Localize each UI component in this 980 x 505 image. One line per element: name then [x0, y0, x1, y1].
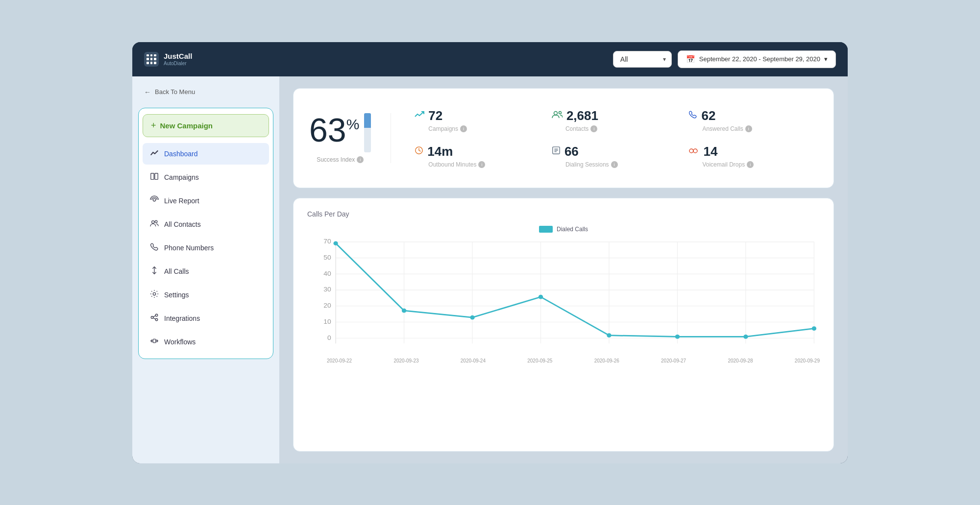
top-bar-right: All 📅 September 22, 2020 - September 29,… [613, 50, 836, 68]
x-label-3: 2020-09-25 [527, 358, 552, 363]
sidebar-item-dashboard[interactable]: Dashboard [143, 143, 269, 165]
campaigns-stat-icon [415, 111, 424, 121]
svg-point-47 [539, 294, 543, 299]
app-sub: AutoDialer [164, 61, 192, 66]
svg-point-50 [743, 335, 748, 339]
dashboard-icon [149, 148, 159, 159]
svg-rect-12 [153, 339, 155, 342]
dialing-sessions-stat: 66 Dialing Sessions i [544, 138, 681, 174]
svg-point-44 [333, 241, 338, 245]
logo-area: JustCall AutoDialer [144, 52, 192, 67]
stats-grid: 72 Campaigns i 2,681 [391, 102, 818, 174]
app-container: JustCall AutoDialer All 📅 September 22, … [132, 42, 848, 463]
dialing-info-icon: i [611, 161, 618, 168]
answered-calls-info-icon: i [745, 125, 752, 132]
stats-card: 63% Success Index i [293, 88, 834, 188]
svg-text:10: 10 [323, 318, 331, 325]
sidebar-item-settings[interactable]: Settings [143, 284, 269, 306]
sidebar-item-campaigns[interactable]: Campaigns [143, 167, 269, 188]
back-label: Back To Menu [155, 88, 195, 96]
campaigns-stat: 72 Campaigns i [407, 102, 544, 138]
sidebar-item-label: Settings [164, 291, 189, 299]
x-label-1: 2020-09-23 [393, 358, 418, 363]
new-campaign-label: New Campaign [160, 121, 213, 130]
filter-select[interactable]: All [613, 51, 672, 68]
outbound-minutes-stat: 14m Outbound Minutes i [407, 138, 544, 174]
voicemail-drops-stat-icon [688, 146, 699, 157]
svg-point-14 [559, 111, 561, 114]
svg-point-4 [155, 220, 157, 223]
sidebar-item-label: Live Report [164, 197, 199, 205]
sidebar-item-label: Workflows [164, 338, 196, 346]
svg-line-11 [153, 317, 155, 319]
live-report-icon [149, 195, 159, 206]
back-to-menu-link[interactable]: ← Back To Menu [138, 84, 273, 100]
sidebar-item-label: Integrations [164, 314, 200, 322]
date-range-label: September 22, 2020 - September 29, 2020 [699, 55, 820, 63]
x-label-4: 2020-09-26 [594, 358, 619, 363]
logo-icon [144, 52, 159, 67]
svg-point-49 [675, 335, 680, 339]
new-campaign-button[interactable]: + New Campaign [143, 114, 269, 137]
settings-icon [149, 289, 159, 300]
answered-calls-stat: 62 Answered Calls i [681, 102, 818, 138]
sidebar-item-label: Campaigns [164, 173, 199, 181]
sidebar-item-all-calls[interactable]: All Calls [143, 261, 269, 282]
voicemail-drops-stat: 14 Voicemail Drops i [681, 138, 818, 174]
filter-select-wrapper[interactable]: All [613, 51, 672, 68]
x-label-0: 2020-09-22 [327, 358, 352, 363]
all-contacts-icon [149, 219, 159, 230]
x-label-5: 2020-09-27 [661, 358, 686, 363]
sidebar: ← Back To Menu + New Campaign Dashboard [132, 76, 279, 463]
sidebar-item-live-report[interactable]: Live Report [143, 190, 269, 212]
x-axis-labels: 2020-09-22 2020-09-23 2020-09-24 2020-09… [307, 356, 820, 363]
contacts-stat-icon [552, 111, 563, 121]
sidebar-item-label: All Calls [164, 267, 189, 275]
all-calls-icon [149, 266, 159, 277]
success-index-value: 63% [309, 113, 359, 146]
svg-point-6 [153, 292, 155, 295]
logo-text: JustCall AutoDialer [164, 52, 192, 66]
svg-point-2 [153, 198, 155, 201]
right-panel: 63% Success Index i [279, 76, 848, 463]
success-index-bar [364, 113, 371, 152]
svg-line-10 [153, 315, 155, 317]
voicemail-info-icon: i [747, 161, 754, 168]
campaigns-info-icon: i [460, 125, 467, 132]
svg-text:30: 30 [323, 286, 331, 293]
calendar-icon: 📅 [686, 55, 695, 64]
chart-title: Calls Per Day [307, 210, 820, 218]
svg-text:0: 0 [327, 334, 331, 341]
legend-color-box [539, 226, 553, 233]
sidebar-item-all-contacts[interactable]: All Contacts [143, 214, 269, 235]
svg-rect-1 [155, 173, 158, 179]
svg-text:70: 70 [323, 238, 331, 245]
outbound-minutes-stat-icon [415, 146, 423, 157]
sidebar-item-phone-numbers[interactable]: Phone Numbers [143, 237, 269, 259]
phone-numbers-icon [149, 242, 159, 253]
legend-label: Dialed Calls [557, 226, 588, 233]
contacts-stat: 2,681 Contacts i [544, 102, 681, 138]
svg-text:20: 20 [323, 302, 331, 309]
x-label-6: 2020-09-28 [728, 358, 753, 363]
sidebar-item-workflows[interactable]: Workflows [143, 331, 269, 353]
success-index-section: 63% Success Index i [309, 113, 391, 163]
dialing-sessions-stat-icon [552, 146, 561, 157]
chart-card: Calls Per Day Dialed Calls [293, 198, 834, 452]
success-info-icon: i [357, 156, 364, 163]
sidebar-item-integrations[interactable]: Integrations [143, 308, 269, 329]
back-arrow-icon: ← [144, 88, 151, 96]
svg-point-8 [155, 314, 158, 316]
sidebar-card: + New Campaign Dashboard Campaigns [138, 108, 273, 359]
integrations-icon [149, 313, 159, 324]
contacts-info-icon: i [590, 125, 597, 132]
x-label-2: 2020-09-24 [461, 358, 486, 363]
x-label-7: 2020-09-29 [795, 358, 820, 363]
outbound-info-icon: i [478, 161, 485, 168]
sidebar-item-label: Dashboard [164, 150, 198, 158]
date-range-button[interactable]: 📅 September 22, 2020 - September 29, 202… [678, 50, 836, 68]
svg-text:50: 50 [323, 254, 331, 261]
svg-point-20 [689, 149, 693, 153]
svg-text:40: 40 [323, 270, 331, 277]
dropdown-arrow-icon: ▾ [824, 55, 828, 63]
